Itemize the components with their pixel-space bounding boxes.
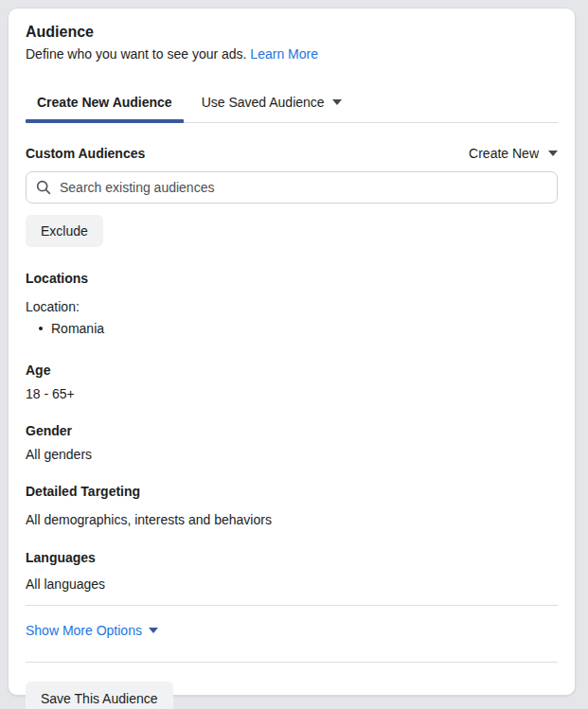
- show-more-options-label: Show More Options: [26, 623, 142, 638]
- save-this-audience-button[interactable]: Save This Audience: [26, 682, 173, 709]
- chevron-down-icon: [149, 628, 158, 633]
- detailed-targeting-value: All demographics, interests and behavior…: [26, 512, 558, 527]
- audience-search-box: [26, 171, 558, 204]
- audience-panel: Audience Define who you want to see your…: [8, 8, 576, 696]
- location-list-item: Romania: [26, 321, 558, 336]
- location-value: Romania: [51, 321, 104, 336]
- locations-label: Locations: [26, 271, 558, 286]
- chevron-down-icon: [332, 99, 342, 105]
- show-more-options-link[interactable]: Show More Options: [26, 623, 158, 638]
- detailed-targeting-label: Detailed Targeting: [26, 484, 558, 499]
- tab-label: Use Saved Audience: [202, 95, 325, 110]
- age-value: 18 - 65+: [26, 386, 558, 401]
- subtitle-text: Define who you want to see your ads.: [26, 46, 246, 62]
- chevron-down-icon: [548, 151, 558, 156]
- languages-value: All languages: [26, 576, 558, 592]
- search-input[interactable]: [60, 180, 547, 195]
- languages-label: Languages: [26, 550, 558, 565]
- audience-tabs: Create New Audience Use Saved Audience: [26, 95, 558, 123]
- location-sublabel: Location:: [26, 299, 558, 314]
- tab-use-saved-audience[interactable]: Use Saved Audience: [190, 95, 353, 122]
- page-title: Audience: [26, 9, 558, 41]
- age-label: Age: [26, 363, 558, 378]
- search-icon: [36, 180, 51, 195]
- gender-value: All genders: [26, 447, 558, 462]
- subtitle: Define who you want to see your ads. Lea…: [26, 45, 558, 63]
- bullet-icon: [39, 327, 43, 330]
- tab-create-new-audience[interactable]: Create New Audience: [26, 95, 184, 122]
- gender-label: Gender: [26, 423, 558, 438]
- divider: [26, 662, 558, 663]
- create-new-dropdown[interactable]: Create New: [469, 146, 558, 161]
- exclude-button[interactable]: Exclude: [26, 215, 103, 247]
- custom-audiences-label: Custom Audiences: [26, 146, 145, 161]
- create-new-label: Create New: [469, 146, 539, 161]
- learn-more-link[interactable]: Learn More: [250, 46, 318, 62]
- custom-audiences-header: Custom Audiences Create New: [26, 146, 558, 161]
- tab-label: Create New Audience: [37, 95, 172, 110]
